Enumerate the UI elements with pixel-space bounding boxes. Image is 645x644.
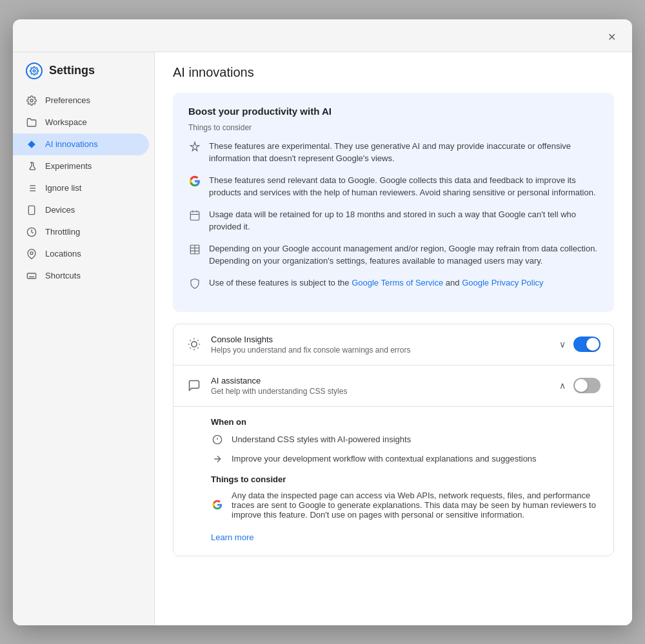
settings-icon — [26, 63, 43, 79]
when-item-0: Understand CSS styles with AI-powered in… — [211, 433, 600, 446]
ai-assistance-expanded: When on Understand CSS styles with AI-po… — [174, 407, 613, 556]
main-content: AI innovations Boost your productivity w… — [155, 52, 632, 625]
svg-line-35 — [197, 340, 198, 341]
ai-assistance-chevron: ∧ — [559, 380, 566, 391]
things-to-consider-label: Things to consider — [211, 474, 600, 484]
devices-label: Devices — [45, 205, 75, 215]
privacy-link[interactable]: Google Privacy Policy — [462, 278, 543, 288]
svg-point-27 — [192, 342, 197, 347]
preferences-label: Preferences — [45, 95, 90, 105]
gear-icon — [26, 95, 37, 106]
info-item-1: These features send relevant data to Goo… — [188, 174, 599, 199]
sidebar-title: Settings — [13, 63, 154, 90]
pin-icon — [26, 248, 37, 260]
sidebar: Settings Preferences — [13, 52, 155, 625]
svg-line-30 — [190, 340, 191, 341]
throttling-label: Throttling — [45, 227, 80, 237]
sidebar-item-devices[interactable]: Devices — [13, 199, 149, 221]
folder-icon — [26, 117, 37, 128]
info-item-2: Usage data will be retained for up to 18… — [188, 208, 599, 233]
info-box-title: Boost your productivity with AI — [188, 106, 599, 117]
sidebar-item-experiments[interactable]: Experiments — [13, 155, 149, 177]
svg-line-34 — [190, 347, 191, 348]
console-insights-toggle[interactable] — [573, 337, 600, 352]
workspace-label: Workspace — [45, 117, 87, 127]
svg-point-0 — [33, 70, 35, 72]
google-icon-0 — [188, 175, 201, 188]
ignore-list-label: Ignore list — [45, 183, 81, 193]
sidebar-item-throttling[interactable]: Throttling — [13, 221, 149, 243]
ai-icon — [186, 378, 202, 393]
list-icon — [26, 182, 37, 194]
sidebar-item-workspace[interactable]: Workspace — [13, 112, 149, 133]
svg-marker-2 — [28, 141, 35, 148]
info-item-0: These features are experimental. They us… — [188, 140, 599, 165]
info-item-3: Depending on your Google account managem… — [188, 242, 599, 268]
console-insights-title: Console Insights — [211, 335, 550, 344]
sidebar-item-preferences[interactable]: Preferences — [13, 90, 149, 112]
sidebar-item-ignore-list[interactable]: Ignore list — [13, 177, 149, 199]
ai-assistance-title: AI assistance — [211, 376, 550, 385]
ai-assistance-toggle[interactable] — [573, 378, 600, 393]
page-title: AI innovations — [173, 65, 614, 80]
tos-link[interactable]: Google Terms of Service — [352, 278, 443, 288]
info-item-4: Use of these features is subject to the … — [188, 277, 599, 290]
keyboard-icon — [26, 270, 37, 282]
settings-window: ✕ Settings — [13, 19, 632, 625]
sidebar-item-shortcuts[interactable]: Shortcuts — [13, 265, 149, 287]
table-icon — [188, 243, 201, 256]
lightbulb-icon — [186, 337, 202, 352]
sparkle-icon — [188, 141, 201, 153]
info-circle-icon — [211, 433, 224, 446]
ai-innovations-label: AI innovations — [45, 139, 98, 149]
close-button[interactable]: ✕ — [604, 30, 619, 45]
shortcuts-label: Shortcuts — [45, 271, 81, 280]
console-insights-desc: Helps you understand and fix console war… — [211, 346, 550, 355]
consider-label: Things to consider — [188, 123, 599, 132]
svg-point-1 — [30, 99, 33, 102]
console-insights-chevron: ∨ — [559, 339, 566, 349]
when-on-label: When on — [211, 417, 600, 427]
beaker-icon — [26, 161, 37, 172]
when-item-1: Improve your development workflow with c… — [211, 453, 600, 465]
console-insights-row[interactable]: Console Insights Helps you understand an… — [174, 324, 613, 366]
titlebar: ✕ — [13, 19, 632, 52]
things-item-0: Any data the inspected page can access v… — [211, 491, 600, 520]
experiments-label: Experiments — [45, 161, 92, 171]
svg-line-31 — [197, 347, 198, 348]
sidebar-item-locations[interactable]: Locations — [13, 243, 149, 265]
content-area: Settings Preferences — [13, 52, 632, 625]
feature-cards: Console Insights Helps you understand an… — [173, 324, 614, 556]
diamond-icon — [26, 139, 37, 150]
ai-assistance-desc: Get help with understanding CSS styles — [211, 387, 550, 396]
calendar-icon — [188, 209, 201, 222]
google-icon-1 — [211, 498, 224, 511]
learn-more-link[interactable]: Learn more — [211, 532, 253, 542]
locations-label: Locations — [45, 249, 81, 259]
throttle-icon — [26, 226, 37, 238]
shield-icon — [188, 277, 201, 290]
device-icon — [26, 204, 37, 216]
wand-icon — [211, 453, 224, 465]
ai-assistance-row[interactable]: AI assistance Get help with understandin… — [174, 366, 613, 407]
svg-point-12 — [30, 251, 33, 254]
sidebar-item-ai-innovations[interactable]: AI innovations — [13, 133, 149, 155]
svg-rect-13 — [27, 273, 35, 278]
svg-rect-19 — [190, 211, 199, 220]
info-box: Boost your productivity with AI Things t… — [173, 93, 614, 312]
